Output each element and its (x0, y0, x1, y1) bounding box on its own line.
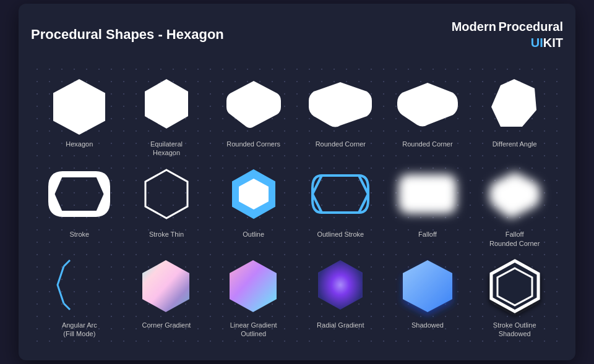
shape-cell-shadowed: Shadowed (385, 254, 470, 339)
main-card: Procedural Shapes - Hexagon Modern Proce… (19, 4, 575, 361)
shape-cell-falloff-rounded: FalloffRounded Corner (472, 163, 557, 248)
shape-wrap-stroke (45, 163, 113, 225)
shape-cell-outline: Outline (211, 163, 296, 248)
shape-cell-stroke-outline-shadowed: Stroke OutlineShadowed (472, 254, 557, 339)
svg-marker-14 (142, 260, 189, 312)
shape-label-hexagon: Hexagon (66, 140, 93, 148)
shape-label-different-angle: Different Angle (493, 140, 537, 148)
shape-wrap-linear-gradient-outlined (220, 254, 288, 316)
shape-label-stroke-outline-shadowed: Stroke OutlineShadowed (493, 321, 536, 339)
shape-wrap-outline (220, 163, 288, 225)
shape-wrap-rounded-corner-2 (394, 73, 462, 135)
stroke-shape (45, 169, 113, 219)
different-angle-shape (488, 76, 541, 132)
shape-label-angular-arc: Angular Arc(Fill Mode) (62, 321, 97, 339)
shape-label-falloff-rounded: FalloffRounded Corner (489, 230, 540, 248)
shadowed-shape (397, 257, 458, 313)
shapes-container: Hexagon EquilateralHexagon Rounded (31, 63, 563, 349)
outline-shape (229, 166, 278, 222)
shape-label-radial-gradient: Radial Gradient (317, 321, 364, 329)
hexagon-shape (48, 76, 110, 132)
shape-wrap-angular-arc (45, 254, 113, 316)
equilateral-shape (142, 76, 191, 132)
header: Procedural Shapes - Hexagon Modern Proce… (31, 19, 563, 51)
stroke-outline-shadowed-shape (484, 257, 546, 313)
brand: Modern Procedural UIKIT (452, 19, 563, 51)
shape-cell-linear-gradient-outlined: Linear GradientOutlined (211, 254, 296, 339)
shape-label-corner-gradient: Corner Gradient (142, 321, 191, 329)
svg-marker-15 (230, 260, 277, 312)
shape-label-stroke-thin: Stroke Thin (149, 230, 184, 239)
shape-wrap-falloff-rounded (481, 163, 549, 225)
shape-wrap-corner-gradient (132, 254, 200, 316)
shape-cell-rounded-corner-1: Rounded Corner (298, 73, 383, 158)
shape-label-falloff: Falloff (418, 230, 437, 239)
shape-label-outline: Outline (243, 230, 264, 239)
rounded-corner-1-shape (306, 79, 374, 129)
shape-cell-rounded-corner-2: Rounded Corner (385, 73, 470, 158)
svg-marker-7 (145, 170, 187, 218)
radial-gradient-shape (314, 257, 367, 313)
shape-wrap-stroke-thin (132, 163, 200, 225)
shape-cell-stroke-thin: Stroke Thin (124, 163, 209, 248)
shape-cell-falloff: Falloff (385, 163, 470, 248)
shape-wrap-stroke-outline-shadowed (481, 254, 549, 316)
shape-cell-hexagon: Hexagon (37, 73, 122, 158)
shape-label-shadowed: Shadowed (411, 321, 444, 329)
svg-marker-16 (318, 260, 363, 310)
falloff-shape (394, 169, 462, 219)
page-title: Procedural Shapes - Hexagon (31, 27, 224, 43)
shape-label-rounded-corner-1: Rounded Corner (316, 140, 366, 148)
stroke-thin-shape (142, 166, 191, 222)
shape-label-stroke: Stroke (69, 230, 89, 239)
rounded-corners-shape (223, 76, 285, 132)
shape-cell-different-angle: Different Angle (472, 73, 557, 158)
shape-label-rounded-corner-2: Rounded Corner (402, 140, 452, 148)
shape-cell-rounded-corners: Rounded Corners (211, 73, 296, 158)
shape-wrap-hexagon (45, 73, 113, 135)
shape-wrap-outlined-stroke (306, 163, 374, 225)
shape-label-outlined-stroke: Outlined Stroke (317, 230, 364, 239)
svg-marker-2 (491, 79, 536, 127)
rounded-corner-2-shape (394, 79, 462, 129)
shape-cell-equilateral: EquilateralHexagon (124, 73, 209, 158)
linear-gradient-outlined-shape (224, 257, 283, 313)
svg-marker-17 (403, 260, 452, 312)
outlined-stroke-shape (306, 169, 374, 219)
shape-wrap-radial-gradient (306, 254, 374, 316)
svg-marker-1 (145, 79, 188, 129)
brand-line1: Modern Procedural UIKIT (452, 19, 563, 51)
shape-cell-outlined-stroke: Outlined Stroke (298, 163, 383, 248)
svg-marker-0 (53, 79, 105, 135)
shape-cell-radial-gradient: Radial Gradient (298, 254, 383, 339)
shape-cell-corner-gradient: Corner Gradient (124, 254, 209, 339)
shape-wrap-shadowed (394, 254, 462, 316)
shape-cell-angular-arc: Angular Arc(Fill Mode) (37, 254, 122, 339)
shapes-grid: Hexagon EquilateralHexagon Rounded (37, 73, 557, 339)
shape-label-rounded-corners: Rounded Corners (226, 140, 280, 148)
shape-cell-stroke: Stroke (37, 163, 122, 248)
falloff-rounded-shape (487, 168, 543, 221)
angular-arc-shape (51, 257, 107, 313)
shape-wrap-rounded-corners (220, 73, 288, 135)
shape-label-equilateral: EquilateralHexagon (150, 140, 183, 158)
shape-label-linear-gradient-outlined: Linear GradientOutlined (230, 321, 277, 339)
corner-gradient-shape (137, 257, 196, 313)
shape-wrap-rounded-corner-1 (306, 73, 374, 135)
shape-wrap-falloff (394, 163, 462, 225)
shape-wrap-equilateral (132, 73, 200, 135)
shape-wrap-different-angle (481, 73, 549, 135)
